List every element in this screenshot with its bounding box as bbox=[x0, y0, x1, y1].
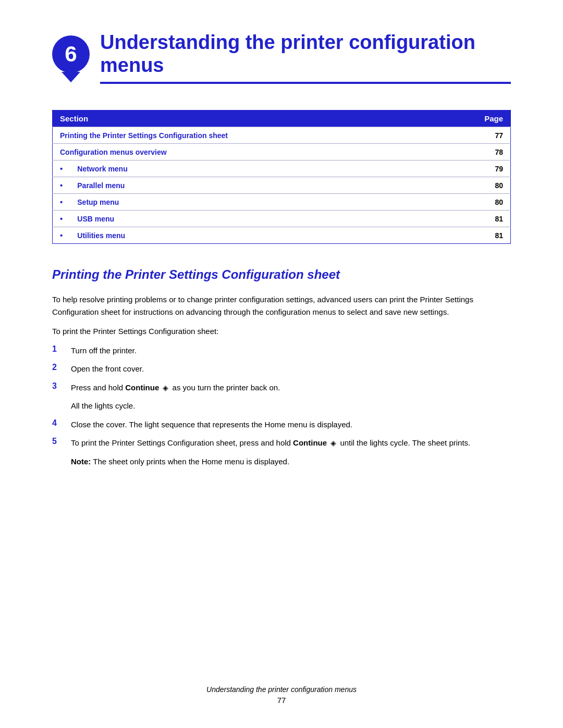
steps-list: 1 Turn off the printer. 2 Open the front… bbox=[52, 344, 511, 449]
step-4: 4 Close the cover. The light sequence th… bbox=[52, 418, 511, 430]
step-1-num: 1 bbox=[52, 344, 71, 354]
step-5: 5 To print the Printer Settings Configur… bbox=[52, 437, 511, 449]
page-container: 6 Understanding the printer configuratio… bbox=[0, 0, 563, 728]
toc-link-7[interactable]: Utilities menu bbox=[77, 231, 125, 240]
note-block: Note: The sheet only prints when the Hom… bbox=[71, 455, 511, 467]
step-2: 2 Open the front cover. bbox=[52, 363, 511, 375]
chapter-title: Understanding the printer configuration … bbox=[100, 31, 511, 77]
toc-row-1: Printing the Printer Settings Configurat… bbox=[53, 127, 511, 144]
toc-row-4: • Parallel menu 80 bbox=[53, 177, 511, 194]
toc-page-7: 81 bbox=[477, 227, 510, 244]
toc-row-6: • USB menu 81 bbox=[53, 211, 511, 227]
step-2-num: 2 bbox=[52, 363, 71, 372]
toc-header-section: Section bbox=[53, 110, 478, 127]
step-2-text: Open the front cover. bbox=[71, 363, 511, 375]
toc-page-6: 81 bbox=[477, 211, 510, 227]
toc-header-page: Page bbox=[477, 110, 510, 127]
step-intro: To print the Printer Settings Configurat… bbox=[52, 325, 511, 337]
note-text-content: The sheet only prints when the Home menu… bbox=[93, 457, 289, 466]
step-3-num: 3 bbox=[52, 381, 71, 391]
toc-row-5: • Setup menu 80 bbox=[53, 194, 511, 211]
step-3-subtext: All the lights cycle. bbox=[71, 400, 511, 412]
toc-bullet-6: • bbox=[53, 211, 70, 227]
intro-paragraph: To help resolve printing problems or to … bbox=[52, 293, 511, 318]
toc-link-3[interactable]: Network menu bbox=[77, 165, 127, 173]
chapter-header: 6 Understanding the printer configuratio… bbox=[52, 31, 511, 84]
chapter-number-badge: 6 bbox=[52, 35, 90, 73]
chapter-title-block: Understanding the printer configuration … bbox=[100, 31, 511, 84]
toc-row-2: Configuration menus overview 78 bbox=[53, 144, 511, 161]
step-5-num: 5 bbox=[52, 437, 71, 446]
step-4-text: Close the cover. The light sequence that… bbox=[71, 418, 511, 430]
toc-page-1: 77 bbox=[477, 127, 510, 144]
toc-page-5: 80 bbox=[477, 194, 510, 211]
footer-italic: Understanding the printer configuration … bbox=[52, 685, 511, 694]
section-heading: Printing the Printer Settings Configurat… bbox=[52, 267, 511, 282]
step-1-text: Turn off the printer. bbox=[71, 344, 511, 356]
toc-table: Section Page Printing the Printer Settin… bbox=[52, 110, 511, 244]
continue-icon-5: ◈ bbox=[331, 438, 336, 449]
toc-link-5[interactable]: Setup menu bbox=[77, 198, 119, 206]
step-5-text: To print the Printer Settings Configurat… bbox=[71, 437, 511, 449]
toc-row-3: • Network menu 79 bbox=[53, 161, 511, 177]
toc-bullet-4: • bbox=[53, 177, 70, 194]
toc-bullet-5: • bbox=[53, 194, 70, 211]
toc-page-4: 80 bbox=[477, 177, 510, 194]
toc-bullet-7: • bbox=[53, 227, 70, 244]
continue-icon-3: ◈ bbox=[163, 382, 168, 394]
toc-page-3: 79 bbox=[477, 161, 510, 177]
step-3-text: Press and hold Continue ◈ as you turn th… bbox=[71, 381, 511, 394]
page-footer: Understanding the printer configuration … bbox=[52, 685, 511, 705]
toc-link-2[interactable]: Configuration menus overview bbox=[60, 148, 167, 156]
toc-link-1[interactable]: Printing the Printer Settings Configurat… bbox=[60, 131, 228, 140]
note-label: Note: bbox=[71, 457, 91, 466]
step-1: 1 Turn off the printer. bbox=[52, 344, 511, 356]
chapter-rule bbox=[100, 82, 511, 84]
toc-link-4[interactable]: Parallel menu bbox=[77, 181, 125, 190]
toc-row-7: • Utilities menu 81 bbox=[53, 227, 511, 244]
step-3: 3 Press and hold Continue ◈ as you turn … bbox=[52, 381, 511, 394]
toc-page-2: 78 bbox=[477, 144, 510, 161]
toc-header-row: Section Page bbox=[53, 110, 511, 127]
toc-bullet-3: • bbox=[53, 161, 70, 177]
toc-link-6[interactable]: USB menu bbox=[77, 215, 114, 223]
step-4-num: 4 bbox=[52, 418, 71, 428]
footer-page-number: 77 bbox=[52, 696, 511, 705]
